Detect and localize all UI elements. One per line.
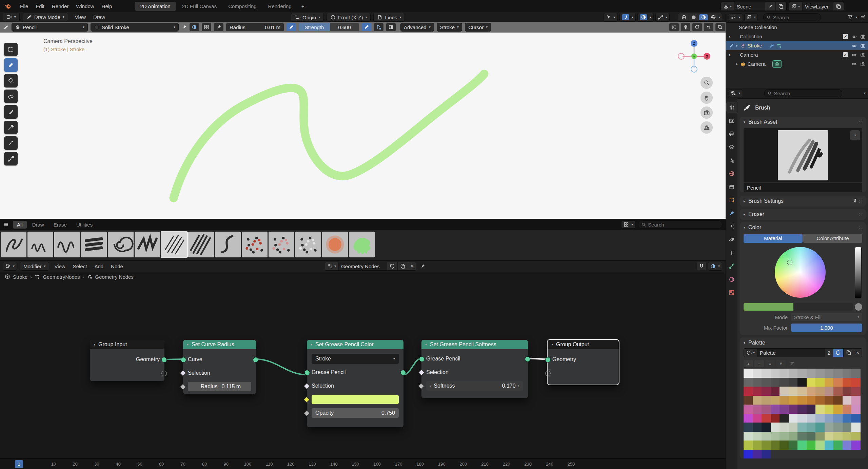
palette-browse-button[interactable]: ▾ [744, 349, 757, 357]
palette-swatch[interactable] [744, 450, 753, 459]
frame-tick-120[interactable]: 120 [287, 462, 295, 467]
brush-thumbnail-speckle[interactable] [269, 232, 294, 257]
node-group-output[interactable]: ▾Group Output Geometry [548, 340, 619, 385]
palette-swatch[interactable] [744, 432, 753, 441]
sliders-icon[interactable] [852, 198, 857, 203]
shelf-tab-all[interactable]: All [13, 221, 27, 229]
brush-thumbnail-speckle[interactable] [295, 232, 321, 257]
socket-grease-pencil-output[interactable] [525, 356, 530, 362]
palette-swatch[interactable] [780, 432, 789, 441]
palette-swatch[interactable] [753, 414, 762, 423]
hide-icon[interactable] [851, 52, 857, 58]
palette-swatch[interactable] [833, 432, 843, 441]
palette-swatch[interactable] [753, 387, 762, 396]
palette-swatch[interactable] [825, 396, 834, 405]
swap-colors-button[interactable] [855, 303, 862, 311]
pan-button[interactable] [701, 92, 713, 104]
color-wheel-cursor[interactable] [787, 260, 792, 265]
palette-swatch[interactable] [762, 387, 771, 396]
node-context-dropdown[interactable]: Modifier▾ [20, 262, 49, 271]
frame-tick-30[interactable]: 30 [94, 462, 99, 467]
palette-copy-button[interactable] [844, 349, 854, 357]
panel-palette-header[interactable]: ▾Palette [740, 337, 866, 348]
workspace-tab-2d-full-canvas[interactable]: 2D Full Canvas [177, 2, 222, 11]
outliner-row-scene-collection[interactable]: Scene Collection [726, 23, 868, 32]
properties-tab-scene[interactable] [727, 155, 737, 165]
node-canvas[interactable]: ▾Group Input Geometry ▾Set Curve Radius … [0, 281, 726, 459]
outliner-row-camera-collection[interactable]: ▾ Camera ✓ [726, 50, 868, 59]
palette-swatch[interactable] [825, 432, 834, 441]
palette-swatch[interactable] [771, 432, 780, 441]
hide-icon[interactable] [851, 61, 857, 67]
palette-swatch[interactable] [807, 396, 816, 405]
brush-thumbnail-at-scribble[interactable] [108, 232, 134, 257]
palette-swatch[interactable] [833, 387, 843, 396]
palette-swatch[interactable] [762, 414, 771, 423]
mode-selector[interactable]: Draw Mode▾ [23, 13, 68, 21]
palette-swatch[interactable] [851, 378, 861, 387]
palette-swatch[interactable] [797, 369, 807, 378]
shelf-tab-utilities[interactable]: Utilities [72, 221, 97, 229]
palette-swatch[interactable] [807, 441, 816, 450]
properties-tab-object[interactable] [727, 195, 737, 205]
frame-tick-90[interactable]: 90 [224, 462, 229, 467]
palette-swatch[interactable] [797, 414, 807, 423]
frame-tick-100[interactable]: 100 [244, 462, 252, 467]
gizmos-dropdown[interactable]: ▾ [619, 13, 636, 22]
palette-swatch[interactable] [843, 423, 852, 432]
shelf-tab-erase[interactable]: Erase [50, 221, 71, 229]
palette-swatch[interactable] [833, 378, 843, 387]
palette-swatch[interactable] [843, 414, 852, 423]
palette-swatch[interactable] [843, 405, 852, 414]
node-set-curve-radius[interactable]: ▾Set Curve Radius Curve Selection Radius… [183, 340, 256, 394]
palette-add-color-button[interactable]: + [744, 360, 753, 367]
socket-geometry-output[interactable] [161, 357, 167, 363]
shading-rendered-button[interactable] [709, 14, 718, 20]
palette-swatch[interactable] [780, 423, 789, 432]
tool-panel-advanced[interactable]: Advanced▾ [400, 23, 434, 32]
palette-swatch[interactable] [771, 423, 780, 432]
fill-tool[interactable] [4, 74, 18, 87]
zoom-button[interactable] [701, 77, 713, 89]
collection-checkbox[interactable]: ✓ [843, 52, 848, 57]
palette-swatch[interactable] [744, 441, 753, 450]
modifier-icon[interactable] [769, 43, 774, 48]
socket-geometry-input[interactable] [545, 357, 551, 363]
palette-swatch[interactable] [815, 378, 825, 387]
palette-swatch[interactable] [762, 396, 771, 405]
frame-tick-190[interactable]: 190 [438, 462, 446, 467]
frame-tick-70[interactable]: 70 [180, 462, 185, 467]
properties-tab-modifiers[interactable] [727, 208, 737, 218]
palette-swatch[interactable] [851, 441, 861, 450]
palette-swatch[interactable] [789, 378, 798, 387]
copy-viewlayer-button[interactable] [833, 2, 844, 11]
palette-swatch[interactable] [807, 414, 816, 423]
snapping-button[interactable] [697, 262, 706, 270]
disable-render-icon[interactable] [860, 43, 866, 48]
overlays-dropdown[interactable]: ▾ [637, 13, 654, 22]
palette-swatch[interactable] [762, 405, 771, 414]
add-workspace-button[interactable]: + [298, 2, 308, 11]
node-menu-view[interactable]: View [51, 262, 69, 271]
socket-curve-output[interactable] [253, 357, 258, 363]
shelf-display-dropdown[interactable]: ▾ [621, 220, 635, 229]
brush-thumbnail-soft[interactable] [322, 232, 348, 257]
palette-swatch[interactable] [762, 369, 771, 378]
socket-virtual[interactable] [161, 371, 167, 376]
palette-swatch[interactable] [744, 405, 753, 414]
view-dropdown[interactable]: Front (X-Z)▾ [327, 13, 371, 22]
palette-swatch[interactable] [807, 405, 816, 414]
frame-tick-240[interactable]: 240 [546, 462, 553, 467]
palette-swatch[interactable] [789, 387, 798, 396]
stabilizer-toggle[interactable] [374, 23, 383, 31]
outliner-display-mode[interactable]: ▾ [729, 13, 742, 21]
workspace-tab-2d-animation[interactable]: 2D Animation [135, 2, 176, 11]
pin-node-group-icon[interactable] [420, 263, 425, 269]
shelf-search-input[interactable]: Search [638, 220, 722, 229]
palette-swatch[interactable] [797, 441, 807, 450]
properties-tab-render[interactable] [727, 116, 737, 126]
shading-solid-button[interactable] [689, 14, 698, 20]
frame-tick-140[interactable]: 140 [330, 462, 338, 467]
toggle-perspective-button[interactable] [701, 121, 713, 134]
show-object-types-dropdown[interactable]: ▾ [604, 13, 618, 22]
